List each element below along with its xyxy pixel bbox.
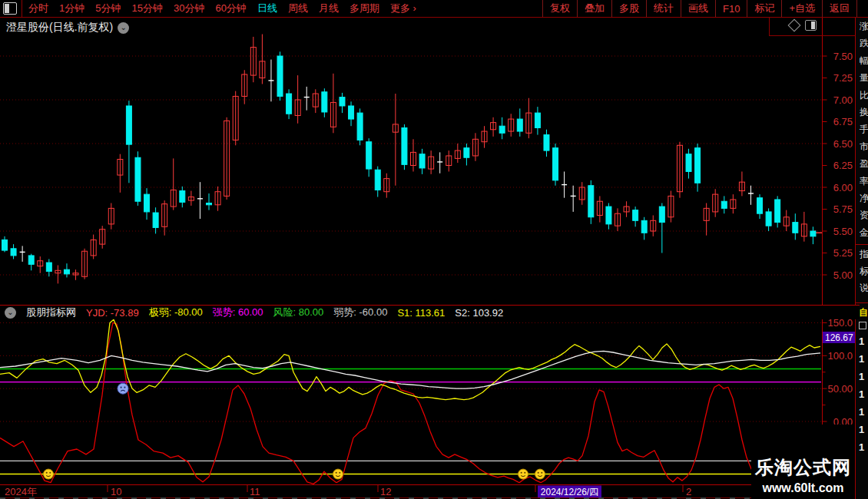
- edge-strip-divider: [856, 244, 868, 245]
- candle-body: [544, 135, 549, 151]
- candle-body: [641, 220, 647, 233]
- edge-strip-number: 1: [859, 388, 864, 400]
- edge-strip-glyph: 指: [860, 250, 868, 259]
- edge-strip-glyph: 手: [860, 124, 868, 134]
- candle-body: [419, 154, 425, 168]
- candle-body: [499, 126, 505, 133]
- indicator-value-tag-text: 126.67: [825, 332, 853, 343]
- indicator-name: 股朋指标网: [26, 306, 76, 319]
- price-axis-label: 7.00: [833, 94, 853, 106]
- edge-strip-number: 1: [859, 441, 864, 453]
- candle-body: [553, 148, 558, 180]
- candle-body: [695, 148, 701, 183]
- candlestick-series: [2, 35, 816, 284]
- candle-body: [464, 148, 469, 158]
- title-chevron-icon[interactable]: ⌄: [118, 22, 129, 34]
- indicator-field-YJD: YJD: -73.89: [86, 307, 139, 319]
- period-tab-更多[interactable]: 更多 ›: [390, 2, 416, 15]
- indicator-field-风险: 风险: 80.00: [273, 306, 324, 319]
- candle-body: [144, 194, 150, 212]
- candle-body: [366, 142, 372, 169]
- edge-strip-glyph: 跌: [860, 38, 868, 48]
- action-button-复权[interactable]: 复权: [542, 0, 577, 17]
- edge-strip-glyph: 幅: [860, 56, 868, 65]
- edge-strip-glyph: 比: [860, 91, 868, 100]
- candle-body: [588, 186, 594, 217]
- candle-body: [11, 249, 16, 256]
- candle-body: [517, 119, 522, 131]
- action-button-+自选[interactable]: +自选: [781, 0, 822, 17]
- edge-strip-glyph: 市: [860, 142, 868, 151]
- candle-body: [153, 213, 158, 227]
- period-tabs: 分时1分钟5分钟15分钟30分钟60分钟日线周线月线多周期更多 ›: [28, 2, 416, 15]
- period-tab-60分钟[interactable]: 60分钟: [215, 2, 246, 15]
- candle-body: [28, 256, 34, 264]
- edge-strip-number: 1: [859, 406, 864, 418]
- indicator-line-YJD: [0, 322, 820, 484]
- edge-strip-glyph: 换: [860, 107, 868, 117]
- smiley-yellow-marker: [518, 469, 528, 479]
- candle-body: [721, 201, 727, 208]
- edge-strip-glyph: 盈: [860, 159, 868, 168]
- action-button-统计[interactable]: 统计: [646, 0, 681, 17]
- candle-body: [126, 106, 131, 144]
- period-tab-多周期[interactable]: 多周期: [350, 2, 379, 15]
- action-button-多股[interactable]: 多股: [611, 0, 646, 17]
- period-tab-30分钟[interactable]: 30分钟: [174, 2, 204, 15]
- right-edge-strip[interactable]: 涨跌幅量比换手市盈率净资金指标说自1111111: [855, 18, 868, 499]
- indicator-chevron-icon[interactable]: ⌄: [5, 307, 16, 319]
- candle-body: [633, 210, 638, 221]
- price-axis-label: 6.75: [833, 116, 853, 127]
- candle-body: [207, 203, 212, 205]
- candle-body: [810, 231, 816, 236]
- sad-blue-marker: [118, 383, 128, 394]
- price-axis-label: 6.50: [833, 138, 853, 150]
- indicator-axis-label: 50.00: [827, 383, 853, 395]
- indicator-field-极弱: 极弱: -80.00: [149, 306, 203, 319]
- action-button-画线[interactable]: 画线: [681, 0, 715, 17]
- price-axis-label: 7.25: [833, 72, 853, 84]
- candle-body: [766, 212, 771, 226]
- period-tab-1分钟[interactable]: 1分钟: [59, 2, 84, 15]
- smiley-yellow-marker: [535, 469, 545, 479]
- action-button-返回[interactable]: 返回: [822, 0, 857, 17]
- indicator-field-弱势: 弱势: -60.00: [333, 306, 387, 319]
- split-pane-icon[interactable]: [805, 20, 817, 31]
- chart-canvas[interactable]: 7.507.257.006.756.506.256.005.755.505.25…: [0, 0, 868, 499]
- indicator-axis-label: 100.0: [827, 350, 853, 362]
- price-axis-label: 6.00: [833, 182, 853, 193]
- action-button-F10[interactable]: F10: [715, 0, 747, 17]
- period-tab-日线[interactable]: 日线: [257, 2, 277, 15]
- stock-app-window: 分时1分钟5分钟15分钟30分钟60分钟日线周线月线多周期更多 › 复权叠加多股…: [0, 0, 868, 499]
- toolbar: 分时1分钟5分钟15分钟30分钟60分钟日线周线月线多周期更多 › 复权叠加多股…: [0, 0, 868, 18]
- edge-strip-divider: [856, 302, 868, 303]
- edge-strip-glyph: 金: [860, 228, 868, 237]
- toolbar-actions: 复权叠加多股统计画线F10标记+自选返回: [542, 0, 857, 17]
- title-row: 澄星股份(日线.前复权) ⌄: [0, 18, 868, 38]
- candle-body: [775, 200, 780, 223]
- candle-body: [322, 92, 327, 112]
- price-axis-label: 5.25: [833, 247, 853, 259]
- candle-body: [46, 263, 51, 271]
- period-tab-周线[interactable]: 周线: [288, 2, 308, 15]
- action-button-叠加[interactable]: 叠加: [577, 0, 611, 17]
- indicator-field-S2: S2: 103.92: [455, 307, 503, 319]
- price-axis-label: 5.00: [833, 269, 853, 281]
- price-axis-label: 7.50: [833, 51, 853, 62]
- diamond-icon[interactable]: [788, 19, 801, 32]
- layout-toggle-icon[interactable]: [3, 2, 17, 15]
- date-cursor-tag-text: 2024/12/26/四: [541, 487, 598, 497]
- action-button-标记[interactable]: 标记: [747, 0, 781, 17]
- period-tab-15分钟[interactable]: 15分钟: [131, 2, 162, 15]
- candle-body: [180, 191, 185, 203]
- edge-strip-icon: [859, 322, 866, 329]
- time-axis-label: 12: [380, 486, 391, 497]
- price-axis-label: 5.50: [833, 226, 853, 237]
- smiley-yellow-marker: [333, 469, 343, 479]
- period-tab-5分钟[interactable]: 5分钟: [95, 2, 121, 15]
- candle-body: [287, 94, 292, 114]
- edge-strip-glyph: 净: [860, 193, 868, 203]
- period-tab-分时[interactable]: 分时: [28, 2, 48, 15]
- edge-strip-number: 1: [859, 335, 864, 347]
- period-tab-月线[interactable]: 月线: [319, 2, 339, 15]
